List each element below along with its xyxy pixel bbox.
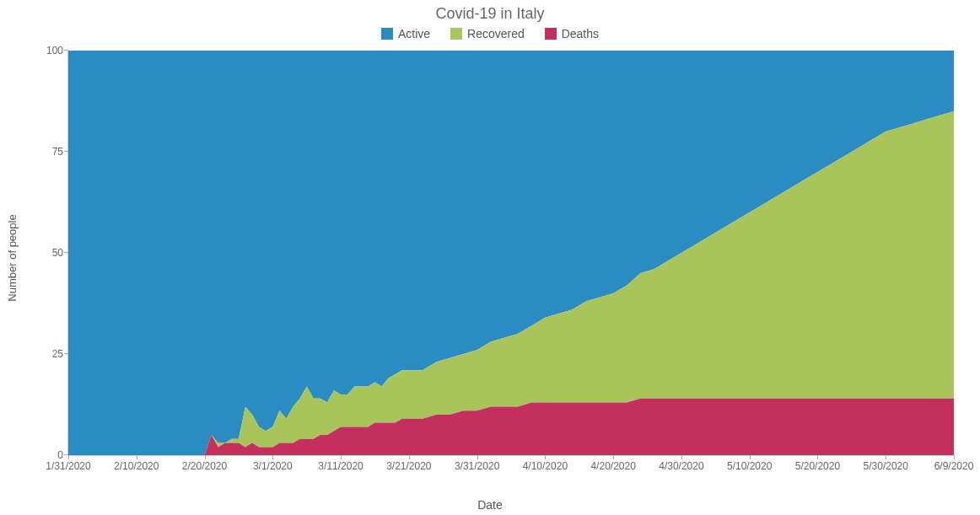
y-tick: 100 <box>46 45 68 56</box>
chart-title: Covid-19 in Italy <box>0 5 980 23</box>
legend-swatch-recovered <box>450 28 462 40</box>
legend-swatch-active <box>381 28 393 40</box>
y-tick: 75 <box>52 146 68 158</box>
legend-item-active[interactable]: Active <box>381 27 430 40</box>
y-tick: 25 <box>52 348 68 360</box>
legend-item-deaths[interactable]: Deaths <box>545 27 599 40</box>
chart-container: Covid-19 in Italy Active Recovered Death… <box>0 0 980 515</box>
y-tick: 50 <box>52 247 68 259</box>
x-axis-label: Date <box>0 498 980 512</box>
legend-label-active: Active <box>398 27 430 40</box>
legend-item-recovered[interactable]: Recovered <box>450 27 525 40</box>
plot-area[interactable]: 02550751001/31/20202/10/20202/20/20203/1… <box>67 51 954 456</box>
legend-label-recovered: Recovered <box>467 27 525 40</box>
legend-label-deaths: Deaths <box>562 27 599 40</box>
y-axis-label: Number of people <box>6 214 19 301</box>
chart-legend: Active Recovered Deaths <box>0 27 980 42</box>
legend-swatch-deaths <box>545 28 557 40</box>
